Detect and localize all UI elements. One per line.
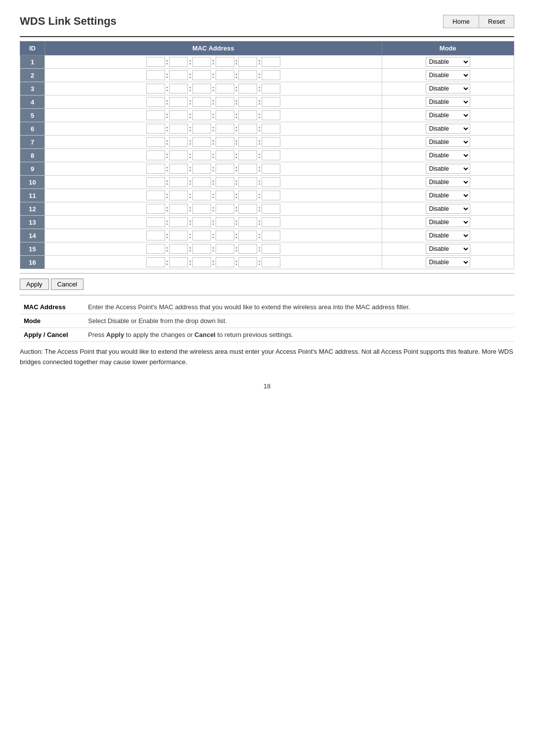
cancel-button[interactable]: Cancel <box>51 279 84 290</box>
mac-octet-input[interactable] <box>169 164 188 174</box>
mac-octet-input[interactable] <box>192 204 211 214</box>
mac-octet-input[interactable] <box>192 137 211 147</box>
mac-octet-input[interactable] <box>192 70 211 80</box>
mac-octet-input[interactable] <box>216 97 234 107</box>
mac-octet-input[interactable] <box>169 84 188 94</box>
mac-octet-input[interactable] <box>262 137 280 147</box>
mac-octet-input[interactable] <box>192 217 211 227</box>
mode-select[interactable]: DisableEnable <box>426 217 470 227</box>
mode-select[interactable]: DisableEnable <box>426 137 470 147</box>
mode-select[interactable]: DisableEnable <box>426 190 470 200</box>
mac-octet-input[interactable] <box>146 57 165 67</box>
mode-select[interactable]: DisableEnable <box>426 257 470 267</box>
mac-octet-input[interactable] <box>146 164 165 174</box>
mac-octet-input[interactable] <box>238 217 257 227</box>
apply-button[interactable]: Apply <box>20 279 49 290</box>
mode-select[interactable]: DisableEnable <box>426 150 470 160</box>
mac-octet-input[interactable] <box>146 177 165 187</box>
mac-octet-input[interactable] <box>146 84 165 94</box>
mode-select[interactable]: DisableEnable <box>426 84 470 94</box>
mode-select[interactable]: DisableEnable <box>426 97 470 107</box>
mac-octet-input[interactable] <box>192 257 211 267</box>
mode-select[interactable]: DisableEnable <box>426 177 470 187</box>
mac-octet-input[interactable] <box>146 244 165 254</box>
mac-octet-input[interactable] <box>238 190 257 200</box>
mode-select[interactable]: DisableEnable <box>426 70 470 80</box>
mac-octet-input[interactable] <box>238 84 257 94</box>
mac-octet-input[interactable] <box>216 110 234 120</box>
mac-octet-input[interactable] <box>169 97 188 107</box>
mac-octet-input[interactable] <box>262 190 280 200</box>
mac-octet-input[interactable] <box>192 97 211 107</box>
home-button[interactable]: Home <box>443 15 479 28</box>
mac-octet-input[interactable] <box>169 124 188 134</box>
mac-octet-input[interactable] <box>216 190 234 200</box>
mac-octet-input[interactable] <box>262 110 280 120</box>
mac-octet-input[interactable] <box>262 57 280 67</box>
mac-octet-input[interactable] <box>192 164 211 174</box>
mac-octet-input[interactable] <box>238 204 257 214</box>
mac-octet-input[interactable] <box>169 57 188 67</box>
mode-select[interactable]: DisableEnable <box>426 57 470 67</box>
mac-octet-input[interactable] <box>146 97 165 107</box>
mac-octet-input[interactable] <box>146 137 165 147</box>
mac-octet-input[interactable] <box>192 124 211 134</box>
mac-octet-input[interactable] <box>216 164 234 174</box>
mac-octet-input[interactable] <box>146 150 165 160</box>
mac-octet-input[interactable] <box>192 244 211 254</box>
mac-octet-input[interactable] <box>262 257 280 267</box>
mac-octet-input[interactable] <box>262 244 280 254</box>
mac-octet-input[interactable] <box>238 137 257 147</box>
mac-octet-input[interactable] <box>262 150 280 160</box>
mac-octet-input[interactable] <box>238 257 257 267</box>
mac-octet-input[interactable] <box>216 137 234 147</box>
mac-octet-input[interactable] <box>146 231 165 240</box>
mac-octet-input[interactable] <box>146 70 165 80</box>
mac-octet-input[interactable] <box>262 70 280 80</box>
mac-octet-input[interactable] <box>262 177 280 187</box>
mac-octet-input[interactable] <box>262 204 280 214</box>
mac-octet-input[interactable] <box>146 257 165 267</box>
mac-octet-input[interactable] <box>238 244 257 254</box>
mac-octet-input[interactable] <box>238 177 257 187</box>
mac-octet-input[interactable] <box>169 231 188 240</box>
mac-octet-input[interactable] <box>216 204 234 214</box>
mac-octet-input[interactable] <box>262 217 280 227</box>
mac-octet-input[interactable] <box>238 70 257 80</box>
mac-octet-input[interactable] <box>169 257 188 267</box>
mac-octet-input[interactable] <box>169 190 188 200</box>
mac-octet-input[interactable] <box>192 190 211 200</box>
mac-octet-input[interactable] <box>238 57 257 67</box>
mac-octet-input[interactable] <box>262 97 280 107</box>
mac-octet-input[interactable] <box>262 84 280 94</box>
mac-octet-input[interactable] <box>192 84 211 94</box>
mode-select[interactable]: DisableEnable <box>426 124 470 134</box>
mac-octet-input[interactable] <box>169 177 188 187</box>
mac-octet-input[interactable] <box>216 231 234 240</box>
mac-octet-input[interactable] <box>238 97 257 107</box>
mode-select[interactable]: DisableEnable <box>426 110 470 120</box>
mac-octet-input[interactable] <box>169 150 188 160</box>
mac-octet-input[interactable] <box>192 177 211 187</box>
mode-select[interactable]: DisableEnable <box>426 204 470 214</box>
mac-octet-input[interactable] <box>262 231 280 240</box>
mac-octet-input[interactable] <box>238 164 257 174</box>
mac-octet-input[interactable] <box>262 164 280 174</box>
mac-octet-input[interactable] <box>238 150 257 160</box>
mac-octet-input[interactable] <box>238 110 257 120</box>
mac-octet-input[interactable] <box>146 217 165 227</box>
mac-octet-input[interactable] <box>216 57 234 67</box>
mac-octet-input[interactable] <box>146 110 165 120</box>
mode-select[interactable]: DisableEnable <box>426 244 470 254</box>
mode-select[interactable]: DisableEnable <box>426 164 470 174</box>
mac-octet-input[interactable] <box>192 110 211 120</box>
mac-octet-input[interactable] <box>238 231 257 240</box>
mac-octet-input[interactable] <box>216 217 234 227</box>
mac-octet-input[interactable] <box>146 204 165 214</box>
mac-octet-input[interactable] <box>169 70 188 80</box>
mac-octet-input[interactable] <box>216 124 234 134</box>
mac-octet-input[interactable] <box>169 244 188 254</box>
mac-octet-input[interactable] <box>216 257 234 267</box>
mac-octet-input[interactable] <box>146 190 165 200</box>
mac-octet-input[interactable] <box>146 124 165 134</box>
